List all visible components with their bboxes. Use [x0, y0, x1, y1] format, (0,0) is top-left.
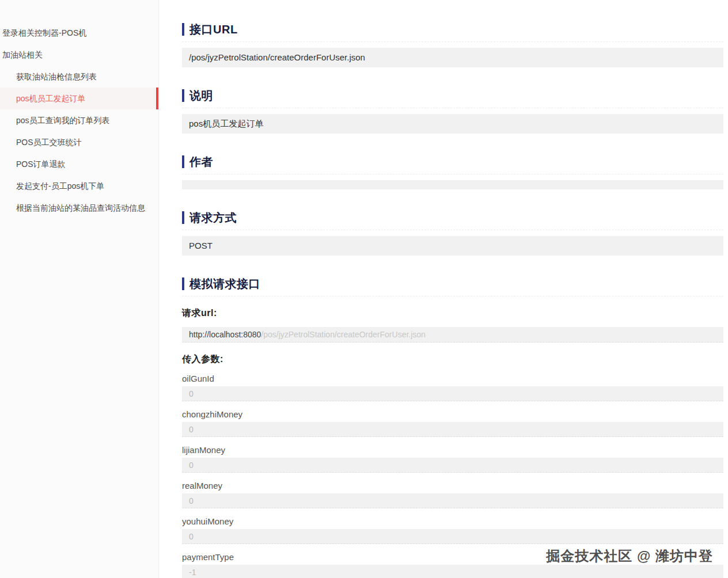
param-input-chongzhiMoney[interactable]	[182, 422, 723, 437]
sidebar-item[interactable]: 加油站相关	[0, 44, 158, 66]
param-name-label: lijianMoney	[182, 445, 723, 455]
section-mock-request: 模拟请求接口 请求url: http://localhost:8080/pos/…	[182, 275, 723, 578]
section-request-method: 请求方式 POST	[182, 209, 723, 256]
section-title-description: 说明	[182, 87, 723, 108]
sidebar-item[interactable]: 登录相关控制器-POS机	[0, 22, 158, 44]
section-title-mock-request: 模拟请求接口	[182, 275, 723, 296]
sidebar-item[interactable]: POS员工交班统计	[0, 131, 158, 153]
section-title-interface-url: 接口URL	[182, 21, 723, 42]
param-name-label: chongzhiMoney	[182, 409, 723, 419]
sidebar-item[interactable]: 根据当前油站的某油品查询活动信息	[0, 197, 158, 219]
param-input-realMoney[interactable]	[182, 493, 723, 508]
params-list: oilGunIdchongzhiMoneylijianMoneyrealMone…	[182, 374, 723, 578]
section-title-author: 作者	[182, 153, 723, 174]
param-group: youhuiMoney	[182, 516, 723, 544]
params-label: 传入参数:	[182, 354, 723, 364]
section-title-text: 作者	[182, 155, 213, 168]
section-title-text: 接口URL	[182, 23, 238, 36]
sidebar-item[interactable]: 获取油站油枪信息列表	[0, 66, 158, 88]
sidebar-item[interactable]: 发起支付-员工pos机下单	[0, 175, 158, 197]
param-name-label: realMoney	[182, 481, 723, 490]
param-input-youhuiMoney[interactable]	[182, 529, 723, 544]
param-group: paymentType	[182, 552, 723, 578]
section-description: 说明 pos机员工发起订单	[182, 87, 723, 134]
mock-url-path: /pos/jyzPetrolStation/createOrderForUser…	[261, 330, 426, 339]
section-title-request-method: 请求方式	[182, 209, 723, 230]
description-value: pos机员工发起订单	[182, 114, 723, 134]
sidebar-item-active[interactable]: pos机员工发起订单	[0, 88, 158, 109]
param-group: oilGunId	[182, 374, 723, 401]
mock-request-url-field[interactable]: http://localhost:8080/pos/jyzPetrolStati…	[182, 327, 723, 343]
request-method-value: POST	[182, 236, 723, 256]
mock-url-base: http://localhost:8080	[189, 330, 261, 339]
param-name-label: youhuiMoney	[182, 516, 723, 526]
sidebar-nav: 登录相关控制器-POS机加油站相关获取油站油枪信息列表pos机员工发起订单pos…	[0, 0, 159, 578]
param-name-label: paymentType	[182, 552, 723, 562]
param-group: realMoney	[182, 481, 723, 508]
sidebar-item[interactable]: pos员工查询我的订单列表	[0, 109, 158, 131]
param-input-paymentType[interactable]	[182, 565, 723, 578]
section-author: 作者	[182, 153, 723, 189]
author-value	[182, 180, 723, 189]
section-title-text: 说明	[182, 89, 213, 102]
section-title-text: 模拟请求接口	[182, 277, 260, 290]
sidebar-item[interactable]: POS订单退款	[0, 153, 158, 175]
section-interface-url: 接口URL /pos/jyzPetrolStation/createOrderF…	[182, 21, 723, 67]
main-content: 接口URL /pos/jyzPetrolStation/createOrderF…	[159, 0, 728, 578]
param-group: lijianMoney	[182, 445, 723, 473]
section-title-text: 请求方式	[182, 211, 237, 224]
param-input-lijianMoney[interactable]	[182, 458, 723, 473]
param-input-oilGunId[interactable]	[182, 386, 723, 401]
interface-url-value: /pos/jyzPetrolStation/createOrderForUser…	[182, 48, 723, 67]
param-group: chongzhiMoney	[182, 409, 723, 437]
request-url-label: 请求url:	[182, 308, 723, 318]
param-name-label: oilGunId	[182, 374, 723, 383]
